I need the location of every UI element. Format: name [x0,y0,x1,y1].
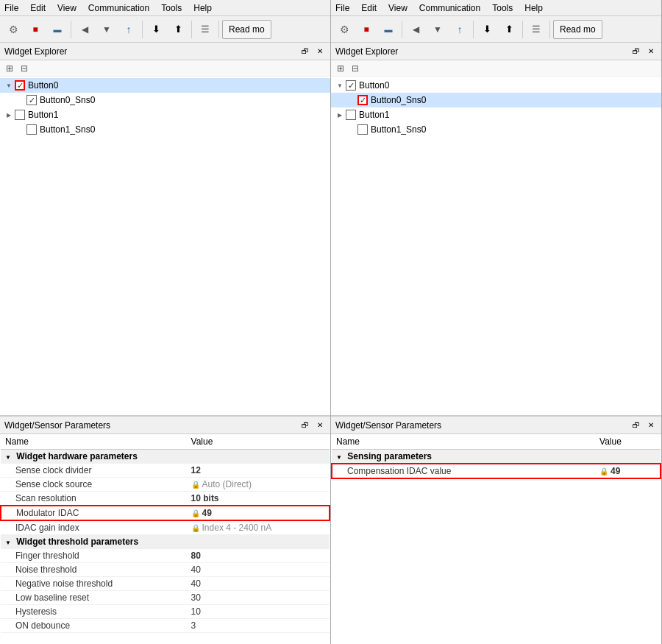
minimize-button[interactable]: 🗗 [630,46,642,57]
tree-expand-icon[interactable] [334,79,346,91]
params-close-button[interactable]: ✕ [314,420,326,431]
tree-checkbox[interactable] [15,110,25,120]
menu-item-help[interactable]: Help [192,3,213,13]
rect-button[interactable] [47,19,68,40]
toolbar-separator-3 [522,21,523,38]
params-minimize-button[interactable]: 🗗 [630,420,642,431]
param-value: 49 [187,506,330,520]
list-icon [201,24,210,35]
gear-button[interactable] [334,19,355,40]
checkmark-icon [17,81,24,91]
menubar: FileEditViewCommunicationToolsHelp [331,0,661,16]
list-button[interactable] [526,19,547,40]
menu-item-view[interactable]: View [387,3,409,13]
menu-item-file[interactable]: File [3,3,20,13]
param-name: Hysteresis [1,605,187,619]
checkmark-icon [29,96,35,105]
tree-expand-icon[interactable] [3,79,15,91]
back-button[interactable]: ◀ [405,19,426,40]
toolbar: ◀▼↑⬇⬆Read mo [0,16,330,43]
tree-checkbox[interactable] [346,110,356,120]
tree-checkbox[interactable] [26,95,37,105]
param-value-text: 30 [191,592,201,603]
tree-item[interactable]: Button0_Sns0 [331,93,661,107]
menu-item-view[interactable]: View [56,3,78,13]
tree-label: Button0_Sns0 [371,95,426,105]
params-table-header: NameValue [332,434,661,450]
params-close-button[interactable]: ✕ [645,420,657,431]
minimize-button[interactable]: 🗗 [299,46,311,57]
params-group-name: ▼ Sensing parameters [332,450,661,464]
param-value-text: 40 [191,565,201,575]
param-name: ON debounce [1,619,187,633]
tree-item[interactable]: Button0 [331,78,661,93]
list-button[interactable] [195,19,216,40]
menu-item-communication[interactable]: Communication [418,3,482,13]
down-button[interactable]: ▼ [427,19,448,40]
gear-button[interactable] [3,19,24,40]
up-button[interactable]: ↑ [118,19,139,40]
tree-label: Button0 [28,80,58,91]
tree-checkbox[interactable] [357,124,368,135]
import-button[interactable]: ⬇ [146,19,166,40]
up-button[interactable]: ↑ [449,19,470,40]
col-name-header: Name [332,434,595,450]
tree-item[interactable]: Button0_Sns0 [0,93,330,107]
param-value: 40 [187,563,330,577]
import-icon: ⬇ [483,24,491,35]
rect-button[interactable] [378,19,399,40]
down-button[interactable]: ▼ [96,19,117,40]
gear-icon [9,24,18,35]
menu-item-tools[interactable]: Tools [491,3,514,13]
param-name: Negative noise threshold [1,577,187,591]
tree-item[interactable]: Button1_Sns0 [0,122,330,137]
param-value: 40 [187,577,330,591]
read-more-button[interactable]: Read mo [553,20,602,39]
expand-all-icon [6,63,13,74]
tree-checkbox[interactable] [346,80,356,91]
tree-item[interactable]: Button1_Sns0 [331,122,661,137]
tree-content: Button0Button0_Sns0Button1Button1_Sns0 [331,77,661,415]
tree-label: Button0_Sns0 [40,95,95,105]
expand-all-icon [337,63,344,74]
tree-expand-icon[interactable] [334,109,346,121]
menu-item-tools[interactable]: Tools [160,3,183,13]
stop-button[interactable] [356,19,377,40]
tree-checkbox[interactable] [357,95,368,105]
params-header: Widget/Sensor Parameters🗗✕ [0,417,330,434]
read-more-button[interactable]: Read mo [222,20,271,39]
expand-all-button[interactable] [3,62,16,75]
import-button[interactable]: ⬇ [477,19,497,40]
params-row: IDAC gain indexIndex 4 - 2400 nA [1,520,330,535]
collapse-all-button[interactable] [349,62,362,75]
chevron-down-icon [6,82,12,89]
params-group-row: ▼ Widget threshold parameters [1,535,330,549]
collapse-all-icon [352,63,359,74]
close-button[interactable]: ✕ [645,46,657,57]
tree-item[interactable]: Button1 [331,107,661,122]
menu-item-help[interactable]: Help [523,3,544,13]
expand-all-button[interactable] [334,62,347,75]
param-name: Sense clock source [1,478,187,492]
params-table: NameValue▼ Sensing parametersCompensatio… [331,434,661,479]
menu-item-edit[interactable]: Edit [29,3,47,13]
export-button[interactable]: ⬆ [168,19,188,40]
param-value: 80 [187,549,330,563]
close-button[interactable]: ✕ [314,46,326,57]
tree-checkbox[interactable] [26,124,37,135]
menu-item-edit[interactable]: Edit [360,3,378,13]
left-arrow-icon: ◀ [413,24,419,35]
back-button[interactable]: ◀ [74,19,95,40]
tree-checkbox[interactable] [15,80,25,91]
tree-item[interactable]: Button0 [0,78,330,93]
menu-item-communication[interactable]: Communication [87,3,151,13]
export-button[interactable]: ⬆ [499,19,519,40]
collapse-all-button[interactable] [18,62,31,75]
tree-expand-icon[interactable] [3,109,15,121]
param-value-text: 49 [611,466,620,476]
tree-item[interactable]: Button1 [0,107,330,122]
params-minimize-button[interactable]: 🗗 [299,420,311,431]
stop-button[interactable] [25,19,46,40]
chevron-right-icon [338,111,342,118]
menu-item-file[interactable]: File [334,3,351,13]
